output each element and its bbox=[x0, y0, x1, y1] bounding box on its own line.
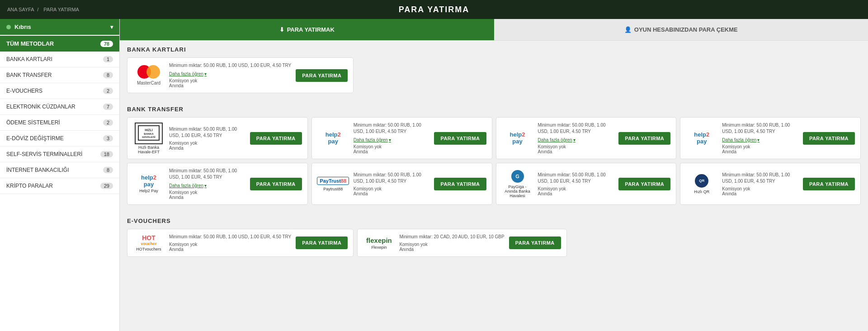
help2pay-logo-3: help2pay bbox=[686, 132, 717, 145]
breadcrumb-current: PARA YATIRMA bbox=[43, 7, 79, 12]
sidebar-item-label: E-VOUCHERS bbox=[6, 88, 42, 94]
tabs: ⬇ PARA YATIRMAK 👤 OYUN HESABINIZDAN PARA… bbox=[120, 19, 868, 41]
mastercard-deposit-button[interactable]: PARA YATIRMA bbox=[296, 69, 348, 82]
flexepin-deposit-button[interactable]: PARA YATIRMA bbox=[509, 236, 561, 249]
sidebar-location[interactable]: Kıbrıs ▾ bbox=[0, 19, 119, 35]
help2pay-learn-more-2[interactable]: Daha fazla öğren ▾ bbox=[538, 137, 576, 142]
hotvouchers-logo: HOT voucher HOTvouchers bbox=[133, 234, 165, 251]
hizli-banka-logo: HIZLI BANKA HAVALESİ Hızlı Banka Havale-… bbox=[133, 123, 165, 154]
header: ANA SAYFA / PARA YATIRMA PARA YATIRMA bbox=[0, 0, 868, 19]
sidebar-item-label: ÖDEME SİSTEMLERİ bbox=[6, 119, 60, 126]
help2pay-logo-1: help2pay bbox=[317, 132, 349, 145]
hizli-qr-min: Minimum miktar: 50.00 RUB, 1.00 USD, 1.0… bbox=[722, 172, 798, 184]
sidebar-item-label: SELF-SERVİS TERMİNALLERİ bbox=[6, 151, 82, 157]
help2pay-deposit-button-3[interactable]: PARA YATIRMA bbox=[803, 132, 855, 145]
sidebar-item-count: 29 bbox=[100, 183, 113, 189]
breadcrumb: ANA SAYFA / PARA YATIRMA bbox=[7, 7, 81, 12]
help2pay-learn-more-3[interactable]: Daha fazla öğren ▾ bbox=[722, 137, 760, 142]
flexepin-commission: Komisyon yok bbox=[399, 242, 504, 247]
sidebar-item-internet-bankaciligi[interactable]: İNTERNET BANKACILIĞI 8 bbox=[0, 162, 119, 178]
help2pay-learn-more-1[interactable]: Daha fazla öğren ▾ bbox=[354, 137, 391, 142]
sidebar-item-bank-transfer[interactable]: BANK TRANSFER 8 bbox=[0, 67, 119, 83]
person-icon: 👤 bbox=[624, 26, 632, 33]
help2pay-deposit-button-1[interactable]: PARA YATIRMA bbox=[434, 132, 486, 145]
paygiga-deposit-button[interactable]: PARA YATIRMA bbox=[618, 178, 670, 190]
hotvouchers-deposit-button[interactable]: PARA YATIRMA bbox=[296, 236, 348, 249]
sidebar-all-methods[interactable]: TÜM METODLAR 78 bbox=[0, 36, 119, 52]
hizli-banka-card: HIZLI BANKA HAVALESİ Hızlı Banka Havale-… bbox=[127, 117, 308, 159]
help2pay-logo-2: help2pay bbox=[502, 132, 533, 145]
sidebar-item-count: 1 bbox=[103, 56, 113, 62]
hizli-qr-label: Hızlı QR bbox=[694, 189, 709, 194]
all-methods-count: 78 bbox=[100, 41, 113, 47]
mastercard-commission: Komisyon yok bbox=[169, 78, 291, 83]
help2pay-card-3: help2pay Minimum miktar: 50.00 RUB, 1.00… bbox=[680, 117, 861, 159]
breadcrumb-home[interactable]: ANA SAYFA bbox=[7, 7, 34, 12]
help2-pay-learn-more[interactable]: Daha fazla öğren ▾ bbox=[169, 183, 207, 188]
sidebar-item-banka-kartlari[interactable]: BANKA KARTLARI 1 bbox=[0, 52, 119, 67]
sidebar-item-label: KRİPTO PARALAR bbox=[6, 183, 53, 189]
banka-kartlari-section: BANKA KARTLARI MasterCard Minimum miktar… bbox=[120, 41, 868, 100]
paygiga-min: Minimum miktar: 50.00 RUB, 1.00 USD, 1.0… bbox=[538, 172, 614, 184]
flexepin-label: Flexepin bbox=[371, 245, 387, 250]
help2pay-instant-3: Anında bbox=[722, 149, 798, 154]
hizli-banka-instant: Anında bbox=[169, 146, 245, 151]
help2-pay-deposit-button[interactable]: PARA YATIRMA bbox=[250, 178, 302, 190]
sidebar-item-count: 7 bbox=[103, 104, 113, 110]
paygiga-commission: Komisyon yok bbox=[538, 186, 614, 191]
help2pay-card-2: help2pay Minimum miktar: 50.00 RUB, 1.00… bbox=[496, 117, 677, 159]
flexepin-logo: flexepin Flexepin bbox=[363, 236, 395, 250]
page-title: PARA YATIRMA bbox=[399, 5, 470, 14]
hizli-qr-deposit-button[interactable]: PARA YATIRMA bbox=[803, 178, 855, 190]
sidebar-item-edoviz[interactable]: E-DÖVİZ DEĞİŞTİRME 3 bbox=[0, 131, 119, 147]
main-content: ⬇ PARA YATIRMAK 👤 OYUN HESABINIZDAN PARA… bbox=[120, 19, 868, 331]
sidebar-item-count: 2 bbox=[103, 119, 113, 126]
hizli-banka-deposit-button[interactable]: PARA YATIRMA bbox=[250, 132, 302, 145]
mastercard-learn-more[interactable]: Daha fazla öğren ▾ bbox=[169, 71, 207, 76]
paytrust-deposit-button[interactable]: PARA YATIRMA bbox=[434, 178, 486, 190]
tab-deposit[interactable]: ⬇ PARA YATIRMAK bbox=[120, 19, 494, 40]
help2pay-commission-2: Komisyon yok bbox=[538, 144, 614, 149]
hotvouchers-card: HOT voucher HOTvouchers Minimum miktar: … bbox=[127, 229, 354, 257]
sidebar-item-elektronik-cuzdanlar[interactable]: ELEKTRONİK CÜZDANLAR 7 bbox=[0, 99, 119, 115]
sidebar-item-count: 8 bbox=[103, 72, 113, 78]
hotvouchers-label: HOTvouchers bbox=[136, 247, 161, 251]
help2-pay-info: Minimum miktar: 50.00 RUB, 1.00 USD, 1.0… bbox=[169, 168, 245, 200]
mastercard-card: MasterCard Minimum miktar: 50.00 RUB, 1.… bbox=[127, 57, 354, 93]
help2pay-instant-2: Anında bbox=[538, 149, 614, 154]
help2pay-card-1: help2pay Minimum miktar: 50.00 RUB, 1.00… bbox=[311, 117, 492, 159]
sidebar-item-count: 2 bbox=[103, 88, 113, 94]
sidebar-item-label: BANKA KARTLARI bbox=[6, 56, 52, 62]
sidebar-item-odeme-sistemleri[interactable]: ÖDEME SİSTEMLERİ 2 bbox=[0, 115, 119, 131]
hizli-qr-commission: Komisyon yok bbox=[722, 186, 798, 191]
sidebar-item-evouchers[interactable]: E-VOUCHERS 2 bbox=[0, 83, 119, 99]
help2-pay-card: help2pay Help2 Pay Minimum miktar: 50.00… bbox=[127, 163, 308, 205]
hotvouchers-info: Minimum miktar: 50.00 RUB, 1.00 USD, 1.0… bbox=[169, 234, 291, 252]
hizli-banka-name: Hızlı Banka Havale-EFT bbox=[133, 145, 165, 154]
banka-kartlari-grid: MasterCard Minimum miktar: 50.00 RUB, 1.… bbox=[127, 57, 861, 93]
sidebar-item-self-servis[interactable]: SELF-SERVİS TERMİNALLERİ 18 bbox=[0, 147, 119, 162]
banka-kartlari-title: BANKA KARTLARI bbox=[127, 46, 861, 53]
help2pay-info-3: Minimum miktar: 50.00 RUB, 1.00 USD, 1.0… bbox=[722, 122, 798, 154]
help2pay-instant-1: Anında bbox=[354, 149, 430, 154]
sidebar-item-count: 18 bbox=[100, 151, 113, 157]
help2pay-deposit-button-2[interactable]: PARA YATIRMA bbox=[618, 132, 670, 145]
evouchers-section: E-VOUCHERS HOT voucher HOTvouchers Minim… bbox=[120, 212, 868, 264]
hotvouchers-commission: Komisyon yok bbox=[169, 242, 291, 247]
breadcrumb-separator: / bbox=[37, 7, 38, 12]
hotvouchers-min: Minimum miktar: 50.00 RUB, 1.00 USD, 1.0… bbox=[169, 234, 291, 240]
layout: Kıbrıs ▾ TÜM METODLAR 78 BANKA KARTLARI … bbox=[0, 19, 868, 331]
tab-withdraw[interactable]: 👤 OYUN HESABINIZDAN PARA ÇEKME bbox=[494, 19, 868, 40]
help2-pay-instant: Anında bbox=[169, 195, 245, 200]
help2-pay-commission: Komisyon yok bbox=[169, 190, 245, 195]
paygiga-label: PayGiga - Anında Banka Havalesi bbox=[502, 184, 533, 198]
hizli-qr-logo: QR Hızlı QR bbox=[686, 174, 717, 194]
flexepin-info: Minimum miktar: 20 CAD, 20 AUD, 10 EUR, … bbox=[399, 234, 504, 252]
evouchers-title: E-VOUCHERS bbox=[127, 218, 861, 224]
help2pay-commission-1: Komisyon yok bbox=[354, 144, 430, 149]
sidebar-item-kripto[interactable]: KRİPTO PARALAR 29 bbox=[0, 178, 119, 194]
tab-deposit-label: PARA YATIRMAK bbox=[287, 26, 335, 33]
hizli-qr-info: Minimum miktar: 50.00 RUB, 1.00 USD, 1.0… bbox=[722, 172, 798, 196]
chevron-down-icon: ▾ bbox=[110, 24, 113, 30]
flexepin-min: Minimum miktar: 20 CAD, 20 AUD, 10 EUR, … bbox=[399, 234, 504, 240]
